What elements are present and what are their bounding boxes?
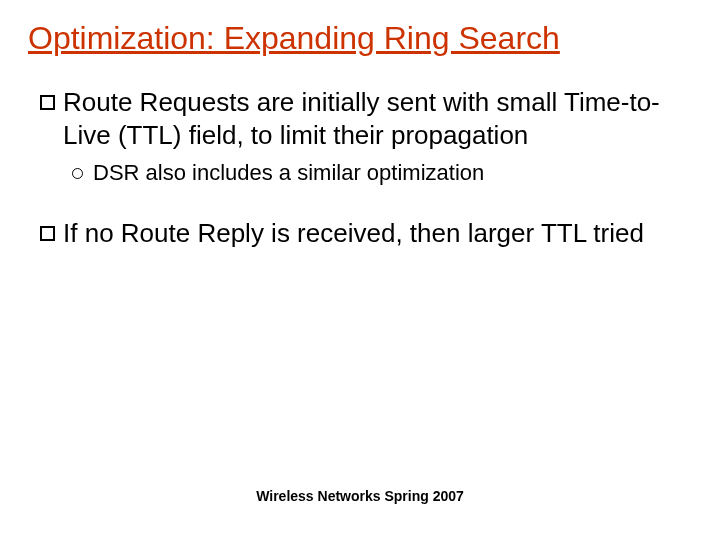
- slide-title: Optimization: Expanding Ring Search: [28, 18, 692, 58]
- bullet-text: If no Route Reply is received, then larg…: [63, 217, 692, 250]
- bullet-item: If no Route Reply is received, then larg…: [40, 217, 692, 250]
- slide: Optimization: Expanding Ring Search Rout…: [0, 0, 720, 540]
- square-bullet-icon: [40, 226, 55, 241]
- slide-body: Route Requests are initially sent with s…: [28, 86, 692, 250]
- square-bullet-icon: [40, 95, 55, 110]
- slide-footer: Wireless Networks Spring 2007: [0, 488, 720, 504]
- sub-bullet-text: DSR also includes a similar optimization: [93, 159, 692, 188]
- circle-bullet-icon: [72, 168, 83, 179]
- bullet-item: Route Requests are initially sent with s…: [40, 86, 692, 153]
- sub-bullet-item: DSR also includes a similar optimization: [72, 159, 692, 188]
- bullet-text: Route Requests are initially sent with s…: [63, 86, 692, 153]
